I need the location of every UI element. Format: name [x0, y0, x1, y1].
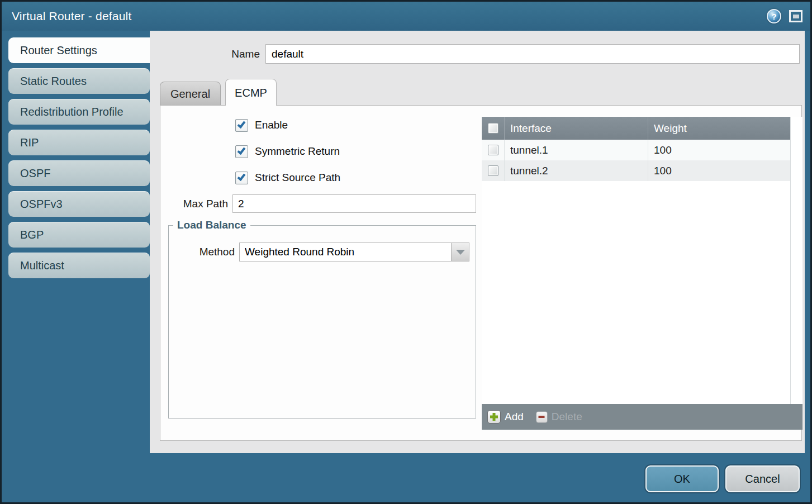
ecmp-interface-table: Interface Weight tunnel.1 100 tunnel.2: [482, 117, 802, 430]
window-restore-glyph: [793, 15, 799, 18]
sidebar-item-router-settings[interactable]: Router Settings: [8, 37, 150, 63]
name-row: Name: [150, 44, 805, 64]
load-balance-legend: Load Balance: [173, 219, 250, 231]
ecmp-tab-panel: Enable Symmetric Return Strict Source Pa…: [160, 105, 802, 441]
cell-weight: 100: [648, 140, 790, 160]
sidebar-item-rip[interactable]: RIP: [8, 130, 150, 155]
symmetric-return-checkbox[interactable]: [235, 145, 248, 158]
table-footer: Add Delete: [482, 404, 802, 430]
tab-ecmp[interactable]: ECMP: [225, 79, 277, 106]
enable-label: Enable: [255, 119, 288, 131]
select-all-checkbox[interactable]: [488, 123, 498, 134]
tab-general[interactable]: General: [160, 82, 221, 105]
content-panel: Name General ECMP Enable Symmetric Retur…: [150, 31, 805, 453]
sidebar-item-ospfv3[interactable]: OSPFv3: [8, 191, 150, 217]
sidebar: Router Settings Static Routes Redistribu…: [2, 31, 150, 502]
plus-icon: [487, 410, 501, 424]
cell-interface: tunnel.2: [504, 160, 648, 181]
cell-interface: tunnel.1: [504, 140, 648, 160]
symmetric-return-label: Symmetric Return: [255, 145, 340, 158]
method-label: Method: [169, 246, 235, 258]
table-row[interactable]: tunnel.1 100: [482, 140, 790, 160]
name-label: Name: [150, 48, 260, 60]
titlebar-icons: ?: [767, 9, 802, 23]
window-restore-icon[interactable]: [789, 10, 802, 22]
sidebar-item-bgp[interactable]: BGP: [8, 222, 150, 248]
load-balance-group: Load Balance Method: [168, 219, 476, 419]
chevron-down-icon: [456, 250, 465, 255]
ok-button[interactable]: OK: [645, 465, 719, 492]
method-input[interactable]: [240, 243, 451, 261]
table-header: Interface Weight: [482, 117, 790, 140]
strict-source-path-label: Strict Source Path: [255, 172, 340, 184]
strict-source-path-checkbox[interactable]: [235, 172, 248, 184]
method-combobox: [239, 243, 469, 261]
symmetric-return-row: Symmetric Return: [235, 144, 340, 159]
sidebar-item-ospf[interactable]: OSPF: [8, 160, 150, 186]
delete-label: Delete: [552, 411, 582, 423]
row-checkbox-cell: [482, 160, 504, 181]
virtual-router-dialog: Virtual Router - default ? Router Settin…: [0, 0, 812, 504]
minus-icon: [536, 411, 548, 423]
max-path-input[interactable]: [232, 194, 476, 213]
enable-row: Enable: [235, 118, 288, 132]
header-select-all-cell: [482, 117, 504, 140]
table-grid-edge: [790, 117, 791, 404]
delete-button[interactable]: Delete: [536, 411, 582, 423]
help-icon[interactable]: ?: [767, 9, 781, 23]
max-path-row: Max Path: [160, 194, 479, 213]
check-icon: [238, 172, 246, 181]
check-icon: [238, 146, 246, 155]
header-interface: Interface: [504, 117, 648, 140]
row-checkbox[interactable]: [488, 145, 498, 155]
cell-weight: 100: [648, 160, 790, 181]
method-dropdown-button[interactable]: [451, 243, 469, 261]
add-button[interactable]: Add: [487, 410, 524, 424]
cancel-button[interactable]: Cancel: [725, 465, 800, 492]
strict-source-path-row: Strict Source Path: [235, 170, 340, 185]
titlebar: Virtual Router - default ?: [2, 2, 810, 31]
method-row: Method: [169, 243, 476, 261]
dialog-title: Virtual Router - default: [12, 9, 132, 23]
add-label: Add: [505, 411, 524, 423]
sidebar-item-redistribution-profile[interactable]: Redistribution Profile: [8, 99, 150, 125]
sidebar-item-static-routes[interactable]: Static Routes: [8, 68, 150, 94]
sidebar-item-multicast[interactable]: Multicast: [8, 253, 150, 278]
max-path-label: Max Path: [160, 198, 228, 210]
name-input[interactable]: [265, 44, 800, 64]
header-weight: Weight: [648, 117, 790, 140]
row-checkbox[interactable]: [488, 165, 498, 176]
check-icon: [238, 120, 246, 129]
table-row[interactable]: tunnel.2 100: [482, 160, 790, 181]
row-checkbox-cell: [482, 140, 504, 160]
enable-checkbox[interactable]: [235, 119, 248, 132]
